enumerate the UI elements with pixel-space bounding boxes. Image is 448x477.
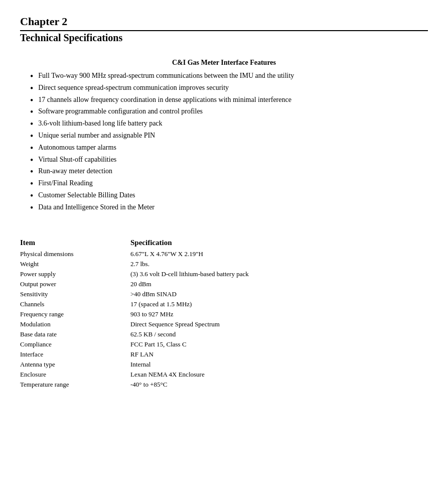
spec-value: 6.67"L X 4.76"W X 2.19"H bbox=[130, 249, 428, 259]
features-list-item: •Autonomous tamper alarms bbox=[30, 144, 428, 154]
features-list-item: •Unique serial number and assignable PIN bbox=[30, 132, 428, 142]
features-list-item: •Virtual Shut-off capabilities bbox=[30, 156, 428, 166]
table-row: Output power20 dBm bbox=[20, 279, 428, 289]
features-list-item-text: Run-away meter detection bbox=[38, 167, 112, 175]
table-row: Power supply(3) 3.6 volt D-cell lithium-… bbox=[20, 269, 428, 279]
bullet-icon: • bbox=[30, 72, 33, 82]
bullet-icon: • bbox=[30, 203, 33, 213]
spec-value: 903 to 927 MHz bbox=[130, 309, 428, 319]
features-list-item-text: Virtual Shut-off capabilities bbox=[38, 156, 116, 164]
spec-value: RF LAN bbox=[130, 349, 428, 360]
features-list-item-text: Data and Intelligence Stored in the Mete… bbox=[38, 203, 155, 211]
table-row: Channels17 (spaced at 1.5 MHz) bbox=[20, 299, 428, 309]
specs-header-row: Item Specification bbox=[20, 238, 428, 249]
table-row: Frequency range903 to 927 MHz bbox=[20, 309, 428, 319]
spec-item-label: Power supply bbox=[20, 269, 130, 279]
spec-value: FCC Part 15, Class C bbox=[130, 339, 428, 349]
spec-item-label: Compliance bbox=[20, 339, 130, 349]
table-row: Sensitivity>40 dBm SINAD bbox=[20, 289, 428, 299]
features-heading: C&I Gas Meter Interface Features bbox=[20, 59, 428, 67]
features-list-item-text: Software programmable configuration and … bbox=[38, 107, 203, 115]
bullet-icon: • bbox=[30, 191, 33, 201]
features-list-item-text: Unique serial number and assignable PIN bbox=[38, 132, 155, 140]
table-row: ModulationDirect Sequence Spread Spectru… bbox=[20, 319, 428, 329]
spec-value: Direct Sequence Spread Spectrum bbox=[130, 319, 428, 329]
features-list-item: •Customer Selectable Billing Dates bbox=[30, 191, 428, 201]
features-list-item: •Software programmable configuration and… bbox=[30, 107, 428, 117]
specs-table: Item Specification Physical dimensions6.… bbox=[20, 238, 428, 390]
spec-value: >40 dBm SINAD bbox=[130, 289, 428, 299]
spec-item-label: Interface bbox=[20, 349, 130, 360]
bullet-icon: • bbox=[30, 107, 33, 117]
spec-value: 17 (spaced at 1.5 MHz) bbox=[130, 299, 428, 309]
features-section: C&I Gas Meter Interface Features •Full T… bbox=[20, 59, 428, 213]
spec-item-label: Channels bbox=[20, 299, 130, 309]
spec-item-label: Sensitivity bbox=[20, 289, 130, 299]
table-row: Physical dimensions6.67"L X 4.76"W X 2.1… bbox=[20, 249, 428, 259]
features-list-item: •Data and Intelligence Stored in the Met… bbox=[30, 203, 428, 213]
features-list-item: •Full Two-way 900 MHz spread-spectrum co… bbox=[30, 72, 428, 82]
spec-value: Internal bbox=[130, 360, 428, 370]
bullet-icon: • bbox=[30, 132, 33, 142]
bullet-icon: • bbox=[30, 167, 33, 177]
table-row: Base data rate62.5 KB / second bbox=[20, 329, 428, 339]
spec-value: Lexan NEMA 4X Enclosure bbox=[130, 370, 428, 380]
spec-item-label: Modulation bbox=[20, 319, 130, 329]
spec-item-label: Frequency range bbox=[20, 309, 130, 319]
chapter-title: Chapter 2 bbox=[20, 15, 428, 31]
spec-value: (3) 3.6 volt D-cell lithium-based batter… bbox=[130, 269, 428, 279]
bullet-icon: • bbox=[30, 144, 33, 154]
features-list-item-text: 17 channels allow frequency coordination… bbox=[38, 96, 291, 104]
features-list-item-text: Autonomous tamper alarms bbox=[38, 144, 116, 152]
features-list: •Full Two-way 900 MHz spread-spectrum co… bbox=[20, 72, 428, 213]
table-row: Temperature range-40° to +85°C bbox=[20, 380, 428, 390]
bullet-icon: • bbox=[30, 96, 33, 106]
features-list-item-text: First/Final Reading bbox=[38, 179, 93, 187]
features-list-item-text: 3.6-volt lithium-based long life battery… bbox=[38, 120, 162, 128]
features-list-item-text: Direct sequence spread-spectrum communic… bbox=[38, 84, 229, 92]
table-row: ComplianceFCC Part 15, Class C bbox=[20, 339, 428, 349]
spec-value: -40° to +85°C bbox=[130, 380, 428, 390]
spec-item-label: Physical dimensions bbox=[20, 249, 130, 259]
features-list-item: •3.6-volt lithium-based long life batter… bbox=[30, 120, 428, 130]
spec-value: 62.5 KB / second bbox=[130, 329, 428, 339]
spec-item-label: Output power bbox=[20, 279, 130, 289]
section-title: Technical Specifications bbox=[20, 32, 428, 44]
col-header-item: Item bbox=[20, 238, 130, 249]
table-row: Antenna typeInternal bbox=[20, 360, 428, 370]
bullet-icon: • bbox=[30, 179, 33, 189]
bullet-icon: • bbox=[30, 156, 33, 166]
bullet-icon: • bbox=[30, 84, 33, 94]
spec-value: 2.7 lbs. bbox=[130, 259, 428, 269]
spec-item-label: Temperature range bbox=[20, 380, 130, 390]
bullet-icon: • bbox=[30, 120, 33, 130]
spec-item-label: Base data rate bbox=[20, 329, 130, 339]
features-list-item: •Direct sequence spread-spectrum communi… bbox=[30, 84, 428, 94]
specs-section: Item Specification Physical dimensions6.… bbox=[20, 238, 428, 390]
col-header-spec: Specification bbox=[130, 238, 428, 249]
table-row: InterfaceRF LAN bbox=[20, 349, 428, 360]
spec-item-label: Enclosure bbox=[20, 370, 130, 380]
spec-item-label: Weight bbox=[20, 259, 130, 269]
features-list-item-text: Customer Selectable Billing Dates bbox=[38, 191, 135, 199]
spec-value: 20 dBm bbox=[130, 279, 428, 289]
features-list-item: •17 channels allow frequency coordinatio… bbox=[30, 96, 428, 106]
features-list-item: •First/Final Reading bbox=[30, 179, 428, 189]
table-row: EnclosureLexan NEMA 4X Enclosure bbox=[20, 370, 428, 380]
features-list-item-text: Full Two-way 900 MHz spread-spectrum com… bbox=[38, 72, 294, 80]
features-list-item: •Run-away meter detection bbox=[30, 167, 428, 177]
specs-tbody: Physical dimensions6.67"L X 4.76"W X 2.1… bbox=[20, 249, 428, 390]
table-row: Weight2.7 lbs. bbox=[20, 259, 428, 269]
spec-item-label: Antenna type bbox=[20, 360, 130, 370]
